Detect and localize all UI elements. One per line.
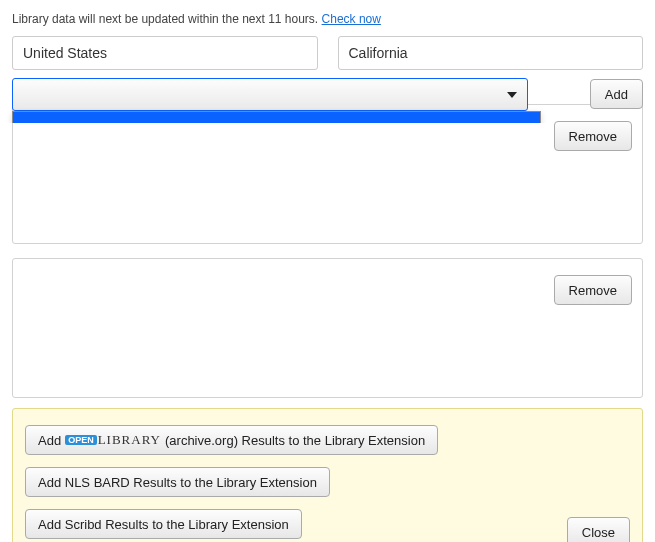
status-text: hours. (282, 12, 319, 26)
remove-button[interactable]: Remove (554, 121, 632, 123)
library-select[interactable] (12, 78, 528, 111)
region-input[interactable] (338, 36, 644, 70)
status-text: Library data will next be updated within… (12, 12, 268, 26)
check-now-link[interactable]: Check now (322, 12, 381, 26)
dropdown-item[interactable] (13, 112, 540, 123)
chevron-down-icon (507, 92, 517, 98)
library-dropdown: A. K. Smiley Public LibraryAlameda Count… (12, 111, 541, 123)
country-input[interactable] (12, 36, 318, 70)
add-button[interactable]: Add (590, 79, 643, 109)
update-status: Library data will next be updated within… (12, 12, 643, 26)
dropdown-list[interactable]: A. K. Smiley Public LibraryAlameda Count… (13, 112, 540, 123)
status-hours: 11 (268, 12, 281, 26)
